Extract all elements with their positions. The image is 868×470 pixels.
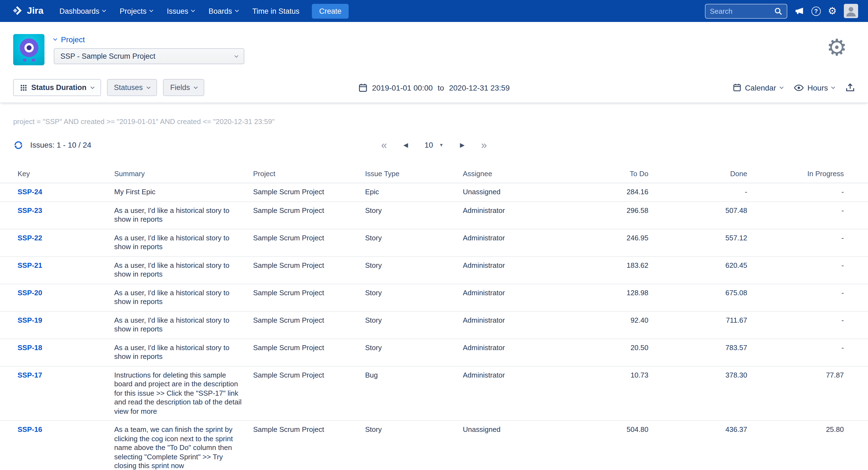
top-navbar: Jira Dashboards Projects Issues Boards T… — [0, 0, 868, 22]
issue-inprogress-duration: - — [747, 284, 855, 311]
issue-key-link[interactable]: SSP-18 — [13, 339, 114, 366]
search-input[interactable] — [710, 7, 774, 15]
issue-assignee: Administrator — [463, 257, 584, 283]
chevron-down-icon — [149, 8, 153, 12]
grid-icon — [20, 84, 27, 91]
project-avatar[interactable] — [13, 34, 44, 65]
last-page-button[interactable]: » — [481, 140, 487, 150]
report-toolbar: Status Duration Statuses Fields 2019-01-… — [0, 74, 868, 103]
settings-gear-icon[interactable]: ⚙ — [827, 36, 847, 59]
table-row: SSP-22 As a user, I'd like a historical … — [0, 229, 868, 257]
gear-icon[interactable]: ⚙ — [828, 6, 837, 16]
issue-key-link[interactable]: SSP-17 — [13, 366, 114, 420]
user-avatar[interactable] — [844, 4, 858, 18]
issue-key-link[interactable]: SSP-22 — [13, 229, 114, 256]
export-icon[interactable] — [845, 83, 855, 92]
issue-project: Sample Scrum Project — [253, 229, 365, 256]
issue-key-link[interactable]: SSP-21 — [13, 257, 114, 283]
issue-type: Story — [365, 202, 463, 229]
issue-project: Sample Scrum Project — [253, 311, 365, 338]
date-to: 2020-12-31 23:59 — [449, 83, 510, 92]
issue-inprogress-duration: 77.87 — [747, 366, 855, 420]
calendar-dropdown-label: Calendar — [745, 83, 776, 92]
issue-done-duration: 507.48 — [648, 202, 747, 229]
nav-item-label: Boards — [209, 7, 232, 15]
statuses-label: Statuses — [114, 83, 143, 92]
issue-key-link[interactable]: SSP-20 — [13, 284, 114, 311]
column-header-to-do[interactable]: To Do — [584, 164, 648, 183]
table-row: SSP-21 As a user, I'd like a historical … — [0, 257, 868, 284]
issue-inprogress-duration: - — [747, 183, 855, 201]
project-section-label: Project — [61, 35, 85, 44]
issue-key-link[interactable]: SSP-23 — [13, 202, 114, 229]
project-select[interactable]: SSP - Sample Scrum Project — [54, 48, 244, 64]
jira-logo[interactable]: Jira — [11, 5, 44, 17]
issue-assignee: Administrator — [463, 339, 584, 366]
issue-done-duration: 783.57 — [648, 339, 747, 366]
nav-menu: Dashboards Projects Issues Boards Time i… — [53, 0, 307, 22]
table-body: SSP-24 My First Epic Sample Scrum Projec… — [0, 183, 868, 470]
pagination: « ◀ 10 ▼ ▶ » — [381, 140, 487, 150]
column-header-done[interactable]: Done — [648, 164, 747, 183]
create-button[interactable]: Create — [312, 4, 349, 19]
help-icon[interactable]: ? — [811, 6, 821, 15]
column-header-summary[interactable]: Summary — [114, 164, 253, 183]
issue-summary: As a user, I'd like a historical story t… — [114, 229, 253, 256]
column-header-issue-type[interactable]: Issue Type — [365, 164, 463, 183]
toolbar-left: Status Duration Statuses Fields — [13, 79, 204, 96]
nav-item-boards[interactable]: Boards — [202, 0, 245, 22]
nav-item-dashboards[interactable]: Dashboards — [53, 0, 113, 22]
nav-item-projects[interactable]: Projects — [113, 0, 160, 22]
prev-page-button[interactable]: ◀ — [404, 141, 408, 148]
hours-dropdown[interactable]: Hours — [794, 83, 835, 92]
hours-dropdown-label: Hours — [807, 83, 828, 92]
project-header: Project SSP - Sample Scrum Project ⚙ — [0, 22, 868, 74]
nav-item-issues[interactable]: Issues — [160, 0, 202, 22]
issue-key-link[interactable]: SSP-24 — [13, 183, 114, 201]
date-range-picker[interactable]: 2019-01-01 00:00 to 2020-12-31 23:59 — [358, 83, 510, 92]
issue-key-link[interactable]: SSP-19 — [13, 311, 114, 338]
table-row: SSP-17 Instructions for deleting this sa… — [0, 366, 868, 421]
chevron-down-icon — [779, 85, 783, 89]
brand-name: Jira — [27, 5, 44, 16]
issue-assignee: Administrator — [463, 202, 584, 229]
fields-button[interactable]: Fields — [163, 79, 204, 96]
issue-project: Sample Scrum Project — [253, 183, 365, 201]
chevron-down-icon — [235, 8, 239, 12]
issues-count: Issues: 1 - 10 / 24 — [30, 140, 91, 149]
issue-type: Epic — [365, 183, 463, 201]
project-section-toggle[interactable]: Project — [54, 35, 244, 44]
issues-table: KeySummaryProjectIssue TypeAssigneeTo Do… — [0, 164, 868, 470]
date-from: 2019-01-01 00:00 — [372, 83, 433, 92]
navbar-search[interactable] — [705, 4, 787, 19]
report-type-button[interactable]: Status Duration — [13, 79, 101, 96]
issue-assignee: Administrator — [463, 366, 584, 420]
chevron-down-icon — [191, 8, 195, 12]
issue-done-duration: 675.08 — [648, 284, 747, 311]
issue-inprogress-duration: 25.80 — [747, 421, 855, 470]
column-header-in-progress[interactable]: In Progress — [747, 164, 855, 183]
first-page-button[interactable]: « — [381, 140, 387, 150]
feedback-megaphone-icon[interactable] — [795, 7, 804, 15]
column-header-project[interactable]: Project — [253, 164, 365, 183]
search-icon[interactable] — [774, 7, 782, 15]
issue-assignee: Administrator — [463, 284, 584, 311]
statuses-button[interactable]: Statuses — [107, 79, 157, 96]
calendar-dropdown[interactable]: Calendar — [733, 83, 783, 92]
issue-project: Sample Scrum Project — [253, 202, 365, 229]
column-header-key[interactable]: Key — [13, 164, 114, 183]
dropdown-arrow-icon: ▼ — [439, 142, 444, 147]
chevron-down-icon — [147, 85, 150, 89]
issue-project: Sample Scrum Project — [253, 366, 365, 420]
refresh-icon[interactable] — [13, 140, 24, 150]
issue-todo-duration: 504.80 — [584, 421, 648, 470]
page-size-select[interactable]: 10 ▼ — [425, 140, 444, 149]
issue-inprogress-duration: - — [747, 311, 855, 338]
report-type-label: Status Duration — [31, 83, 87, 92]
page-size-value: 10 — [425, 140, 433, 149]
project-select-value: SSP - Sample Scrum Project — [60, 52, 155, 60]
next-page-button[interactable]: ▶ — [460, 141, 465, 148]
issue-key-link[interactable]: SSP-16 — [13, 421, 114, 470]
column-header-assignee[interactable]: Assignee — [463, 164, 584, 183]
nav-item-time-in-status[interactable]: Time in Status — [245, 0, 307, 22]
